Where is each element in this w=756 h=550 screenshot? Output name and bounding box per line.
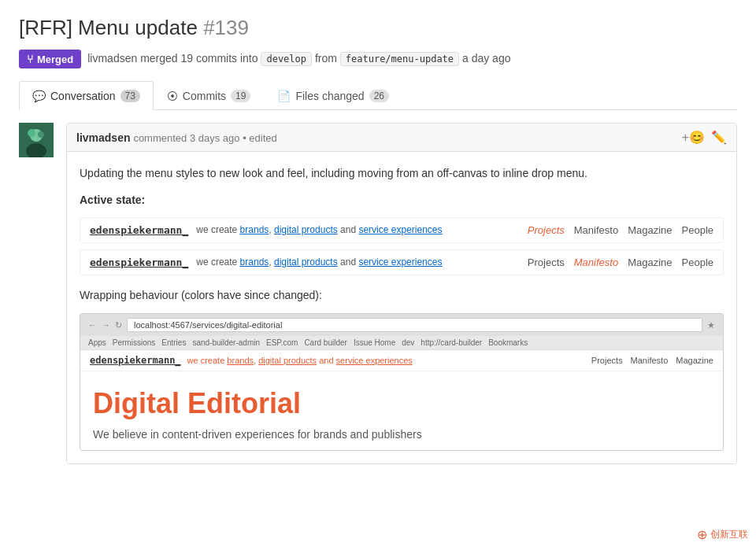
page-title: [RFR] Menu update #139 bbox=[19, 16, 737, 40]
active-state-label: Active state: bbox=[80, 191, 724, 209]
tab-commits[interactable]: ⦿ Commits 19 bbox=[154, 81, 265, 110]
screenshot-brand: edenspiekermann_ bbox=[90, 355, 181, 366]
bookmarks-bar: Apps Permissions Entries sand-builder-ad… bbox=[80, 336, 723, 350]
s-nav-projects: Projects bbox=[591, 356, 623, 365]
screenshot-area: ← → ↻ localhost:4567/services/digital-ed… bbox=[80, 313, 724, 451]
source-branch[interactable]: feature/menu-update bbox=[340, 52, 459, 66]
tagline-link1[interactable]: brands bbox=[240, 224, 269, 235]
tagline-link2-2[interactable]: digital products bbox=[274, 257, 338, 268]
screenshot-hero: Digital Editorial We believe in content-… bbox=[80, 371, 723, 450]
nav-magazine-1[interactable]: Magazine bbox=[628, 224, 672, 236]
merged-badge: ⑂ Merged bbox=[19, 50, 81, 68]
avatar bbox=[19, 123, 54, 157]
comment-author-info: livmadsen commented 3 days ago • edited bbox=[76, 131, 277, 144]
nav-people-1[interactable]: People bbox=[682, 224, 713, 236]
tabs-bar: 💬 Conversation 73 ⦿ Commits 19 📄 Files c… bbox=[19, 81, 737, 110]
nav-manifesto-active[interactable]: Manifesto bbox=[574, 257, 618, 268]
nav-people-2[interactable]: People bbox=[682, 257, 713, 268]
browser-refresh-icon: ↻ bbox=[115, 320, 122, 330]
menu-demo-row-1: edenspiekermann_ we create brands, digit… bbox=[80, 217, 724, 243]
s-link3: service experiences bbox=[336, 356, 413, 365]
merge-description: livmadsen merged 19 commits into develop… bbox=[87, 52, 510, 66]
tab-conversation[interactable]: 💬 Conversation 73 bbox=[19, 81, 154, 110]
svg-point-4 bbox=[38, 131, 44, 138]
browser-back-icon: ← bbox=[88, 320, 97, 330]
s-nav-magazine: Magazine bbox=[676, 356, 713, 365]
tagline-link2[interactable]: digital products bbox=[274, 224, 338, 235]
meta-row: ⑂ Merged livmadsen merged 19 commits int… bbox=[19, 50, 737, 68]
comment-box: livmadsen commented 3 days ago • edited … bbox=[66, 123, 737, 464]
commits-count: 19 bbox=[231, 90, 250, 102]
tagline-2: we create brands, digital products and s… bbox=[196, 257, 528, 268]
screenshot-nav: Projects Manifesto Magazine bbox=[591, 356, 713, 365]
screenshot-content: edenspiekermann_ we create brands, digit… bbox=[80, 350, 723, 450]
browser-forward-icon: → bbox=[102, 320, 110, 330]
svg-point-3 bbox=[28, 129, 35, 137]
content-area: livmadsen commented 3 days ago • edited … bbox=[19, 110, 737, 464]
nav-links-1: Projects Manifesto Magazine People bbox=[528, 224, 713, 236]
tagline-link3-2[interactable]: service experiences bbox=[358, 257, 442, 268]
url-bar[interactable]: localhost:4567/services/digital-editoria… bbox=[127, 318, 702, 332]
bookmark-icon: ★ bbox=[707, 320, 715, 330]
comment-action: commented 3 days ago • edited bbox=[133, 132, 276, 144]
tagline-link1-2[interactable]: brands bbox=[240, 257, 269, 268]
s-nav-manifesto: Manifesto bbox=[631, 356, 669, 365]
screenshot-tagline: we create brands, digital products and s… bbox=[187, 356, 585, 365]
comment-body: Updating the menu styles to new look and… bbox=[67, 152, 736, 463]
nav-magazine-2[interactable]: Magazine bbox=[628, 257, 672, 268]
nav-links-2: Projects Manifesto Magazine People bbox=[528, 257, 713, 268]
menu-demo-row-2: edenspiekermann_ we create brands, digit… bbox=[80, 249, 724, 275]
tab-files-changed[interactable]: 📄 Files changed 26 bbox=[264, 81, 402, 110]
conversation-count: 73 bbox=[120, 90, 140, 102]
hero-subtitle: We believe in content-driven experiences… bbox=[93, 428, 710, 441]
s-link1: brands bbox=[227, 356, 254, 365]
comment-username[interactable]: livmadsen bbox=[76, 131, 130, 144]
tagline-link3[interactable]: service experiences bbox=[358, 224, 442, 235]
screenshot-browser-bar: ← → ↻ localhost:4567/services/digital-ed… bbox=[80, 314, 723, 336]
tagline-1: we create brands, digital products and s… bbox=[196, 224, 528, 235]
wrapping-label: Wrapping behaviour (colors have since ch… bbox=[80, 286, 724, 304]
brand-label-1: edenspiekermann_ bbox=[90, 224, 188, 236]
conversation-icon: 💬 bbox=[32, 90, 46, 102]
commits-icon: ⦿ bbox=[167, 90, 178, 102]
merge-icon: ⑂ bbox=[27, 53, 33, 65]
nav-projects-active[interactable]: Projects bbox=[528, 224, 565, 236]
add-reaction-button[interactable]: +😊 bbox=[682, 130, 705, 145]
s-link2: digital products bbox=[258, 356, 317, 365]
files-icon: 📄 bbox=[277, 90, 291, 102]
nav-manifesto-1[interactable]: Manifesto bbox=[574, 224, 618, 236]
comment-para1: Updating the menu styles to new look and… bbox=[80, 164, 724, 182]
nav-projects-2[interactable]: Projects bbox=[528, 257, 565, 268]
target-branch[interactable]: develop bbox=[261, 52, 312, 66]
files-count: 26 bbox=[369, 90, 389, 102]
comment-actions: +😊 ✏️ bbox=[682, 130, 727, 145]
hero-title: Digital Editorial bbox=[93, 387, 710, 420]
edit-comment-button[interactable]: ✏️ bbox=[711, 130, 727, 145]
screenshot-mini-header: edenspiekermann_ we create brands, digit… bbox=[80, 350, 723, 371]
comment-header: livmadsen commented 3 days ago • edited … bbox=[67, 124, 736, 152]
brand-label-2: edenspiekermann_ bbox=[90, 257, 188, 268]
